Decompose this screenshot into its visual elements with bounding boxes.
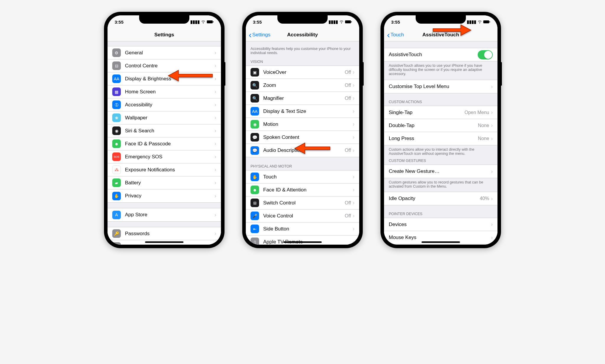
row-label: Long Press	[389, 136, 478, 142]
row-label: General	[125, 50, 214, 56]
phone-accessibility: 3:55 ▮▮▮▮ Settings Accessibility Accessi…	[242, 12, 363, 248]
row-label: Siri & Search	[125, 128, 214, 134]
row-value: Off	[345, 200, 351, 206]
row-value: Off	[345, 148, 351, 153]
chevron-right-icon: ›	[491, 84, 493, 90]
assistivetouch-toggle-row[interactable]: AssistiveTouch	[384, 48, 497, 61]
create-gesture-row[interactable]: Create New Gesture… ›	[384, 165, 497, 178]
row-label: Voice Control	[263, 213, 345, 219]
settings-row-battery[interactable]: ▰Battery›	[108, 176, 221, 189]
accessibility-row-zoom[interactable]: 🔍ZoomOff›	[246, 79, 359, 92]
home-indicator[interactable]	[145, 241, 183, 243]
page-title: Accessibility	[287, 32, 318, 38]
chevron-right-icon: ›	[491, 196, 493, 202]
content[interactable]: AssistiveTouch AssistiveTouch allows you…	[384, 41, 497, 245]
settings-row-exposure-notifications[interactable]: ⁂Exposure Notifications›	[108, 163, 221, 176]
chevron-right-icon: ›	[214, 63, 216, 69]
svg-rect-3	[351, 21, 352, 22]
row-label: Display & Text Size	[263, 108, 353, 114]
settings-row-privacy[interactable]: ✋Privacy›	[108, 189, 221, 202]
home-indicator[interactable]	[422, 241, 460, 243]
annotation-arrow-accessibility	[167, 67, 214, 84]
settings-row-home-screen[interactable]: ▦Home Screen›	[108, 85, 221, 98]
idle-group: Idle Opacity 40% ›	[384, 192, 497, 205]
settings-row-siri-search[interactable]: ◉Siri & Search›	[108, 124, 221, 137]
apple-tv-remote-icon: ▯	[251, 238, 259, 245]
pointer-row-devices[interactable]: Devices›	[384, 218, 497, 231]
side-button-icon: ⇤	[251, 225, 259, 233]
notch	[277, 15, 328, 24]
zoom-icon: 🔍	[251, 81, 259, 90]
navbar: Settings Accessibility	[246, 28, 359, 41]
voiceover-icon: ▣	[251, 68, 259, 77]
action-row-single-tap[interactable]: Single-TapOpen Menu›	[384, 106, 497, 119]
chevron-right-icon: ›	[214, 50, 216, 56]
face-id-passcode-icon: ☻	[112, 139, 121, 148]
row-label: Devices	[389, 222, 491, 228]
chevron-right-icon: ›	[353, 95, 354, 101]
home-indicator[interactable]	[283, 241, 322, 243]
settings-row-app-store[interactable]: AApp Store›	[108, 208, 221, 221]
row-label: Mouse Keys	[389, 235, 491, 240]
assistivetouch-toggle[interactable]	[478, 50, 493, 59]
pointer-group: Devices›Mouse Keys›	[384, 218, 497, 244]
back-button[interactable]: Touch	[387, 32, 404, 38]
accessibility-row-touch[interactable]: ✋Touch›	[246, 170, 359, 183]
accessibility-icon: ➀	[112, 100, 121, 109]
content[interactable]: Accessibility features help you customis…	[246, 41, 359, 245]
signal-icon: ▮▮▮▮	[328, 19, 338, 25]
action-row-double-tap[interactable]: Double-TapNone›	[384, 119, 497, 132]
row-label: Face ID & Attention	[263, 187, 353, 193]
chevron-right-icon: ›	[491, 109, 493, 116]
actions-group: Single-TapOpen Menu›Double-TapNone›Long …	[384, 106, 497, 145]
settings-row-general[interactable]: ⚙General›	[108, 46, 221, 59]
settings-row-face-id-passcode[interactable]: ☻Face ID & Passcode›	[108, 137, 221, 150]
accessibility-row-switch-control[interactable]: ⊞Switch ControlOff›	[246, 196, 359, 209]
row-label: Switch Control	[263, 200, 345, 206]
annotation-arrow-touch	[293, 139, 331, 157]
switch-control-icon: ⊞	[251, 199, 259, 207]
accessibility-row-magnifier[interactable]: 🔍MagnifierOff›	[246, 92, 359, 105]
accessibility-row-side-button[interactable]: ⇤Side Button›	[246, 222, 359, 235]
action-row-long-press[interactable]: Long PressNone›	[384, 132, 497, 145]
settings-row-passwords[interactable]: 🔑Passwords›	[108, 227, 221, 240]
chevron-right-icon: ›	[214, 154, 216, 160]
svg-rect-4	[483, 20, 489, 23]
row-label: Zoom	[263, 82, 345, 88]
accessibility-row-apple-tv-remote[interactable]: ▯Apple TV Remote›	[246, 235, 359, 245]
chevron-right-icon: ›	[353, 147, 354, 154]
back-button[interactable]: Settings	[249, 32, 270, 38]
chevron-right-icon: ›	[214, 89, 216, 95]
content[interactable]: ⚙General›⊟Control Centre›AADisplay & Bri…	[108, 41, 221, 245]
accessibility-row-voiceover[interactable]: ▣VoiceOverOff›	[246, 66, 359, 79]
accessibility-row-display-text-size[interactable]: AADisplay & Text Size›	[246, 105, 359, 118]
siri-search-icon: ◉	[112, 126, 121, 135]
accessibility-row-face-id-attention[interactable]: ☻Face ID & Attention›	[246, 183, 359, 196]
control-centre-icon: ⊟	[112, 61, 121, 70]
accessibility-row-motion[interactable]: ◉Motion›	[246, 118, 359, 131]
section-header-actions: CUSTOM ACTIONS	[384, 98, 497, 106]
row-label: Touch	[263, 174, 353, 180]
chevron-right-icon: ›	[214, 76, 216, 82]
settings-row-accessibility[interactable]: ➀Accessibility›	[108, 98, 221, 111]
chevron-right-icon: ›	[214, 128, 216, 134]
chevron-right-icon: ›	[214, 212, 216, 218]
screen: 3:55 ▮▮▮▮ Settings Accessibility Accessi…	[246, 15, 359, 245]
section-header-pointer: POINTER DEVICES	[384, 210, 497, 218]
display-brightness-icon: AA	[112, 74, 121, 83]
row-value: Off	[345, 96, 351, 101]
battery-icon	[207, 20, 214, 25]
accessibility-row-voice-control[interactable]: 🎤Voice ControlOff›	[246, 209, 359, 222]
svg-rect-0	[207, 20, 213, 23]
chevron-right-icon: ›	[353, 174, 354, 180]
customise-row[interactable]: Customise Top Level Menu ›	[384, 80, 497, 93]
row-value: Open Menu	[464, 110, 489, 115]
settings-row-wallpaper[interactable]: ❀Wallpaper›	[108, 111, 221, 124]
svg-rect-5	[489, 21, 490, 22]
idle-opacity-row[interactable]: Idle Opacity 40% ›	[384, 192, 497, 205]
display-text-size-icon: AA	[251, 107, 259, 116]
customise-group: Customise Top Level Menu ›	[384, 80, 497, 93]
settings-row-emergency-sos[interactable]: SOSEmergency SOS›	[108, 150, 221, 163]
row-label: Wallpaper	[125, 115, 214, 121]
screen: 3:55 ▮▮▮▮ Settings ⚙General›⊟Control Cen…	[108, 15, 221, 245]
